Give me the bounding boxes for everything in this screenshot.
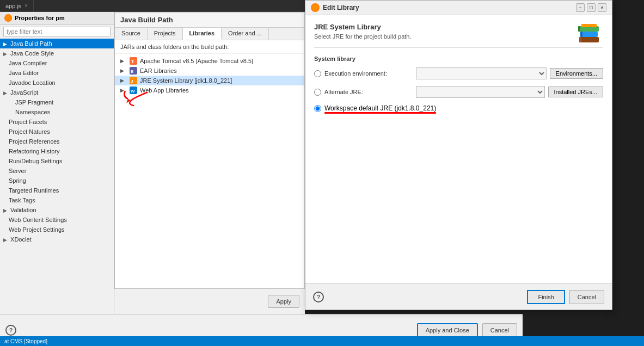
tab-source[interactable]: Source: [115, 28, 148, 40]
ear-icon: E: [130, 67, 137, 75]
sidebar-item-project-natures[interactable]: Project Natures: [0, 127, 114, 137]
status-text: at CMS [Stopped]: [4, 338, 47, 344]
tab-appjs[interactable]: app.js ×: [0, 0, 34, 11]
jar-item-apache-tomcat[interactable]: ▶ T Apache Tomcat v8.5 [Apache Tomcat v8…: [115, 56, 304, 66]
workspace-default-label: Workspace default JRE (jdk1.8.0_221): [324, 104, 436, 112]
properties-title: Properties for pm: [0, 12, 114, 24]
dialog-heading: JRE System Library: [314, 23, 603, 31]
filter-input[interactable]: [3, 27, 111, 36]
close-tab-icon[interactable]: ×: [24, 3, 28, 9]
apply-button[interactable]: Apply: [268, 295, 299, 308]
sidebar-item-label: Targeted Runtimes: [9, 187, 59, 194]
sidebar-item-web-content-settings[interactable]: Web Content Settings: [0, 215, 114, 225]
sidebar-item-label: Refactoring History: [9, 148, 60, 155]
dialog-help-icon[interactable]: ?: [313, 292, 324, 302]
alternate-jre-radio[interactable]: [314, 89, 321, 96]
sidebar-item-run-debug-settings[interactable]: Run/Debug Settings: [0, 156, 114, 166]
tab-projects[interactable]: Projects: [148, 28, 183, 40]
sidebar-item-web-project-settings[interactable]: Web Project Settings: [0, 225, 114, 234]
alternate-jre-dropdown[interactable]: [416, 86, 545, 98]
tab-label: app.js: [5, 3, 21, 9]
tab-bar: app.js ×: [0, 0, 305, 12]
sidebar-item-java-editor[interactable]: Java Editor: [0, 68, 114, 78]
jar-label: JRE System Library [jdk1.8.0_221]: [140, 77, 232, 84]
workspace-default-radio[interactable]: [314, 105, 321, 112]
dialog-controls: − □ ×: [576, 3, 606, 12]
jar-label: EAR Libraries: [140, 67, 177, 74]
maximize-button[interactable]: □: [587, 3, 596, 12]
alternate-jre-label: Alternate JRE:: [324, 89, 412, 95]
apply-area: Apply: [114, 288, 305, 314]
sidebar-item-project-facets[interactable]: Project Facets: [0, 117, 114, 127]
sidebar-item-javadoc-location[interactable]: Javadoc Location: [0, 78, 114, 88]
svg-rect-12: [579, 37, 581, 42]
red-underline: [324, 113, 436, 114]
system-library-label: System library: [314, 55, 603, 62]
sidebar-item-project-references[interactable]: Project References: [0, 137, 114, 146]
sidebar-item-refactoring-history[interactable]: Refactoring History: [0, 146, 114, 156]
expand-arrow-icon: ▶: [3, 208, 7, 213]
jar-item-web-app-libraries[interactable]: ▶ W Web App Libraries: [115, 85, 304, 95]
sidebar-item-label: Task Tags: [9, 197, 35, 203]
dialog-title-text: Edit Library: [323, 4, 359, 11]
sidebar-item-javascript[interactable]: ▶ JavaScript: [0, 88, 114, 97]
properties-title-text: Properties for pm: [15, 15, 65, 21]
sidebar-item-java-code-style[interactable]: ▶ Java Code Style: [0, 48, 114, 58]
jar-label: Web App Libraries: [140, 87, 189, 94]
sidebar-item-label: Server: [9, 168, 26, 174]
dialog-titlebar: Edit Library − □ ×: [305, 1, 612, 15]
dialog-cancel-button[interactable]: Cancel: [569, 290, 604, 304]
sidebar-item-task-tags[interactable]: Task Tags: [0, 195, 114, 205]
sidebar-item-validation[interactable]: ▶ Validation: [0, 205, 114, 215]
cancel-button[interactable]: Cancel: [482, 323, 517, 337]
tab-libraries[interactable]: Libraries: [183, 28, 222, 40]
environments-button[interactable]: Environments...: [550, 68, 603, 79]
execution-env-radio[interactable]: [314, 70, 321, 77]
sidebar-item-label: Project References: [9, 138, 60, 145]
sidebar-item-targeted-runtimes[interactable]: Targeted Runtimes: [0, 186, 114, 195]
dialog-footer: ? Finish Cancel: [305, 283, 612, 310]
sidebar-item-namespaces[interactable]: Namespaces: [0, 107, 114, 117]
svg-rect-13: [580, 32, 582, 37]
installed-jres-button[interactable]: Installed JREs...: [548, 86, 603, 97]
build-path-panel: Java Build Path Source Projects Librarie…: [114, 12, 305, 314]
dialog-icon: [311, 3, 320, 12]
apply-and-close-button[interactable]: Apply and Close: [417, 323, 478, 337]
workspace-default-text: Workspace default JRE (jdk1.8.0_221): [324, 104, 436, 112]
svg-text:J: J: [131, 79, 133, 84]
books-icon: [575, 21, 603, 51]
edit-library-dialog: Edit Library − □ × JRE System Library Se…: [305, 0, 612, 310]
svg-rect-9: [580, 32, 598, 37]
sidebar-item-label: Javadoc Location: [9, 79, 56, 86]
tab-order-export[interactable]: Order and ...: [222, 28, 269, 40]
sidebar-item-label: JavaScript: [10, 89, 38, 96]
help-icon[interactable]: ?: [5, 325, 16, 336]
minimize-button[interactable]: −: [576, 3, 585, 12]
sidebar-item-label: Project Facets: [9, 119, 47, 125]
close-dialog-button[interactable]: ×: [598, 3, 606, 12]
finish-button[interactable]: Finish: [527, 290, 565, 304]
sidebar-item-jsp-fragment[interactable]: JSP Fragment: [0, 97, 114, 107]
alternate-jre-row: Alternate JRE: Installed JREs...: [314, 86, 603, 98]
dialog-title-left: Edit Library: [311, 3, 359, 12]
bottom-buttons: Apply and Close Cancel: [417, 323, 517, 337]
sidebar-item-xdoclet[interactable]: ▶ XDoclet: [0, 234, 114, 244]
sidebar-item-label: Validation: [10, 207, 36, 213]
sidebar-item-server[interactable]: Server: [0, 166, 114, 176]
svg-rect-8: [579, 37, 599, 42]
jar-item-ear-libraries[interactable]: ▶ E EAR Libraries: [115, 66, 304, 76]
expand-arrow-icon: ▶: [120, 88, 124, 93]
sidebar-item-spring[interactable]: Spring: [0, 176, 114, 186]
expand-arrow-icon: ▶: [3, 41, 7, 47]
sidebar-item-java-compiler[interactable]: Java Compiler: [0, 58, 114, 68]
dialog-body: JRE System Library Select JRE for the pr…: [305, 15, 612, 123]
execution-env-dropdown[interactable]: [416, 67, 547, 79]
sidebar-item-label: Web Project Settings: [9, 226, 65, 233]
expand-arrow-icon: ▶: [3, 90, 7, 96]
sidebar-item-java-build-path[interactable]: ▶ Java Build Path: [0, 39, 114, 48]
sidebar-item-label: Java Build Path: [10, 40, 52, 47]
sidebar-item-label: Web Content Settings: [9, 217, 67, 223]
tomcat-icon: T: [130, 57, 137, 65]
expand-arrow-icon: ▶: [3, 51, 7, 57]
jar-item-jre-system-library[interactable]: ▶ J JRE System Library [jdk1.8.0_221]: [115, 76, 304, 85]
